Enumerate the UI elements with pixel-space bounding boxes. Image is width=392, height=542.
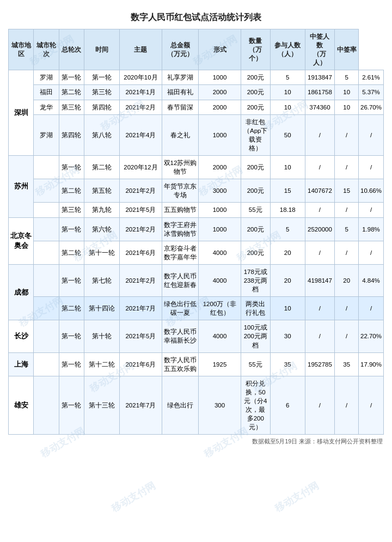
rate-cell: / bbox=[358, 376, 383, 435]
form-cell: 178元或238元两档 bbox=[241, 264, 270, 296]
amount-cell: 1000 bbox=[199, 217, 241, 241]
total_round-cell: 第六轮 bbox=[84, 217, 120, 241]
header-theme: 主题 bbox=[120, 29, 162, 70]
city-cell: 北京冬奥会 bbox=[9, 217, 34, 264]
city_round-cell: 第三轮 bbox=[59, 203, 84, 217]
form-cell: 100元或200元两档 bbox=[241, 320, 270, 352]
amount-cell: 1000 bbox=[199, 114, 241, 155]
footer-note: 数据截至5月19日 来源：移动支付网公开资料整理 bbox=[8, 435, 384, 448]
total_round-cell: 第十三轮 bbox=[84, 376, 120, 435]
winners-cell: / bbox=[335, 320, 359, 352]
table-row: 上海第一轮第十二轮2021年6月数字人民币五五欢乐购192555元3519527… bbox=[9, 352, 384, 376]
participants-cell: 2520000 bbox=[305, 217, 335, 241]
table-row: 成都第一轮第七轮2021年2月数字人民币红包迎新春4000178元或238元两档… bbox=[9, 264, 384, 296]
amount-cell: 1000 bbox=[199, 70, 241, 85]
form-cell: 55元 bbox=[241, 352, 270, 376]
quantity-cell: 6 bbox=[270, 376, 305, 435]
amount-cell: 2000 bbox=[199, 85, 241, 100]
quantity-cell: 15 bbox=[270, 179, 305, 203]
participants-cell: / bbox=[305, 297, 335, 320]
header-amount: 总金额（万元） bbox=[162, 29, 199, 70]
rate-cell: 4.84% bbox=[358, 264, 383, 296]
time-cell: 2021年2月 bbox=[120, 179, 162, 203]
total_round-cell: 第二轮 bbox=[84, 156, 120, 179]
participants-cell: 374360 bbox=[305, 100, 335, 114]
city-label-cell bbox=[34, 264, 59, 296]
quantity-cell: 10 bbox=[270, 156, 305, 179]
theme-cell: 数字王府井冰雪购物节 bbox=[162, 217, 199, 241]
amount-cell: 4000 bbox=[199, 264, 241, 296]
header-winners: 中签人数（万人） bbox=[305, 29, 335, 70]
city-label-cell bbox=[34, 376, 59, 435]
theme-cell: 福田有礼 bbox=[162, 85, 199, 100]
city-label-cell: 罗湖 bbox=[34, 114, 59, 155]
table-row: 福田第二轮第三轮2021年1月福田有礼2000200元101861758105.… bbox=[9, 85, 384, 100]
form-cell: 两类出行礼包 bbox=[241, 297, 270, 320]
form-cell: 200元 bbox=[241, 85, 270, 100]
theme-cell: 年货节京东专场 bbox=[162, 179, 199, 203]
participants-cell: 4198147 bbox=[305, 264, 335, 296]
header-rate: 中签率 bbox=[335, 29, 359, 70]
time-cell: 2021年2月 bbox=[120, 264, 162, 296]
form-cell: 55元 bbox=[241, 203, 270, 217]
city_round-cell: 第一轮 bbox=[59, 217, 84, 241]
header-time: 时间 bbox=[84, 29, 120, 70]
quantity-cell: 10 bbox=[270, 297, 305, 320]
quantity-cell: 50 bbox=[270, 114, 305, 155]
city-cell: 苏州 bbox=[9, 156, 34, 217]
quantity-cell: 20 bbox=[270, 241, 305, 264]
amount-cell: 300 bbox=[199, 376, 241, 435]
winners-cell: 20 bbox=[335, 264, 359, 296]
table-row: 罗湖第四轮第八轮2021年4月春之礼1000非红包（App下载资格）50/// bbox=[9, 114, 384, 155]
rate-cell: 26.70% bbox=[358, 100, 383, 114]
theme-cell: 绿色出行 bbox=[162, 376, 199, 435]
participants-cell: / bbox=[305, 320, 335, 352]
table-header-row: 城市地区 城市轮次 总轮次 时间 主题 总金额（万元） 形式 数量（万个） 参与… bbox=[9, 29, 384, 70]
time-cell: 2020年12月 bbox=[120, 156, 162, 179]
city_round-cell: 第三轮 bbox=[59, 100, 84, 114]
table-row: 第二轮第五轮2021年2月年货节京东专场3000200元151407672151… bbox=[9, 179, 384, 203]
time-cell: 2021年5月 bbox=[120, 203, 162, 217]
city_round-cell: 第二轮 bbox=[59, 297, 84, 320]
city-label-cell bbox=[34, 241, 59, 264]
city-label-cell bbox=[34, 156, 59, 179]
city-label-cell bbox=[34, 179, 59, 203]
header-form: 形式 bbox=[199, 29, 241, 70]
header-city: 城市地区 bbox=[9, 29, 34, 70]
winners-cell: 35 bbox=[335, 352, 359, 376]
amount-cell: 4000 bbox=[199, 320, 241, 352]
city_round-cell: 第一轮 bbox=[59, 352, 84, 376]
city-label-cell bbox=[34, 320, 59, 352]
time-cell: 2021年7月 bbox=[120, 376, 162, 435]
total_round-cell: 第十二轮 bbox=[84, 352, 120, 376]
form-cell: 200元 bbox=[241, 179, 270, 203]
time-cell: 2021年2月 bbox=[120, 217, 162, 241]
page-title: 数字人民币红包试点活动统计列表 bbox=[8, 5, 384, 29]
total_round-cell: 第三轮 bbox=[84, 85, 120, 100]
quantity-cell: 18.18 bbox=[270, 203, 305, 217]
total_round-cell: 第七轮 bbox=[84, 264, 120, 296]
form-cell: 200元 bbox=[241, 217, 270, 241]
time-cell: 2021年4月 bbox=[120, 114, 162, 155]
winners-cell: / bbox=[335, 297, 359, 320]
amount-cell: 1000 bbox=[199, 203, 241, 217]
form-cell: 200元 bbox=[241, 70, 270, 85]
city_round-cell: 第四轮 bbox=[59, 114, 84, 155]
participants-cell: / bbox=[305, 203, 335, 217]
table-row: 龙华第三轮第四轮2021年2月春节留深2000200元103743601026.… bbox=[9, 100, 384, 114]
time-cell: 2021年7月 bbox=[120, 297, 162, 320]
time-cell: 2020年10月 bbox=[120, 70, 162, 85]
amount-cell: 4000 bbox=[199, 241, 241, 264]
participants-cell: 1407672 bbox=[305, 179, 335, 203]
theme-cell: 五五购物节 bbox=[162, 203, 199, 217]
city_round-cell: 第一轮 bbox=[59, 264, 84, 296]
page-wrapper: 数字人民币红包试点活动统计列表 城市地区 城市轮次 总轮次 时间 主题 总金额（… bbox=[0, 0, 392, 453]
theme-cell: 春节留深 bbox=[162, 100, 199, 114]
theme-cell: 数字人民币红包迎新春 bbox=[162, 264, 199, 296]
rate-cell: 2.61% bbox=[358, 70, 383, 85]
amount-cell: 1925 bbox=[199, 352, 241, 376]
winners-cell: 15 bbox=[335, 179, 359, 203]
winners-cell: 10 bbox=[335, 100, 359, 114]
city_round-cell: 第二轮 bbox=[59, 179, 84, 203]
quantity-cell: 5 bbox=[270, 70, 305, 85]
